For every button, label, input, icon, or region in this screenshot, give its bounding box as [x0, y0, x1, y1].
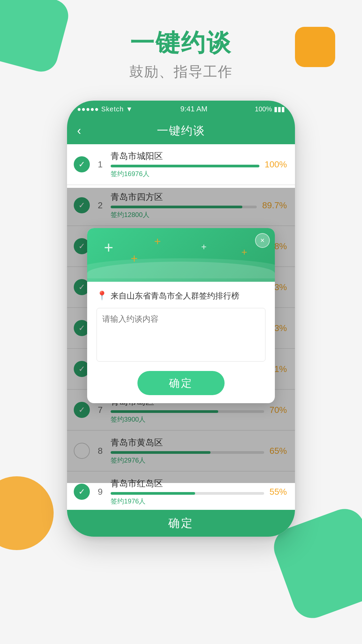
modal-plus-1: +: [104, 238, 113, 257]
item-progress-bar: [111, 165, 259, 167]
item-percent: 100%: [265, 159, 287, 170]
item-number: 9: [95, 487, 105, 497]
item-percent: 55%: [269, 487, 287, 497]
bottom-confirm-button[interactable]: 确定: [67, 510, 295, 537]
checkmark: ✓: [78, 487, 85, 496]
status-time: 9:41 AM: [180, 105, 207, 113]
modal-overlay: + + + + + × 📍 来自山东省青岛市全人群签约排行榜 确定: [67, 188, 295, 483]
item-content: 青岛市城阳区 签约16976人: [111, 150, 259, 178]
check-icon: ✓: [74, 156, 90, 172]
nav-bar: ‹ 一键约谈: [67, 117, 295, 144]
page-title-area: 一键约谈 鼓励、指导工作: [0, 27, 362, 81]
back-button[interactable]: ‹: [77, 124, 81, 138]
modal-location: 📍 来自山东省青岛市全人群签约排行榜: [97, 290, 265, 302]
modal-header: + + + + + ×: [87, 228, 275, 282]
location-text: 来自山东省青岛市全人群签约排行榜: [111, 290, 239, 302]
close-icon: ×: [260, 237, 265, 244]
checkmark: ✓: [78, 160, 85, 169]
status-battery: 100% ▮▮▮: [255, 105, 285, 113]
page-title-sub: 鼓励、指导工作: [0, 62, 362, 81]
item-count: 签约1976人: [111, 497, 264, 506]
item-count: 签约16976人: [111, 169, 259, 178]
item-progress-fill: [111, 165, 259, 167]
appointment-textarea[interactable]: [97, 308, 265, 362]
orange-circle-decoration: [0, 476, 54, 550]
status-bar: ●●●●● Sketch ▼ 9:41 AM 100% ▮▮▮: [67, 101, 295, 117]
modal-plus-5: +: [131, 252, 138, 266]
bottom-confirm-label: 确定: [168, 516, 194, 531]
check-icon: ✓: [74, 484, 90, 500]
modal-plus-2: +: [154, 235, 161, 248]
location-icon: 📍: [97, 290, 107, 301]
modal-close-button[interactable]: ×: [255, 233, 270, 248]
page-title-main: 一键约谈: [0, 27, 362, 59]
modal-wave2: [87, 258, 275, 278]
modal-body: 📍 来自山东省青岛市全人群签约排行榜 确定: [87, 282, 275, 403]
item-progress-bar: [111, 492, 264, 495]
nav-title: 一键约谈: [157, 123, 205, 139]
list-item[interactable]: ✓ 1 青岛市城阳区 签约16976人 100%: [67, 144, 295, 184]
modal-plus-4: +: [241, 247, 247, 258]
modal-confirm-button[interactable]: 确定: [137, 371, 225, 395]
item-number: 1: [95, 159, 105, 170]
item-progress-fill: [111, 492, 195, 495]
phone-mockup: ●●●●● Sketch ▼ 9:41 AM 100% ▮▮▮ ‹ 一键约谈 ✓…: [67, 101, 295, 537]
item-name: 青岛市城阳区: [111, 150, 259, 162]
modal-card: + + + + + × 📍 来自山东省青岛市全人群签约排行榜 确定: [87, 228, 275, 403]
list-content: ✓ 1 青岛市城阳区 签约16976人 100% ✓ 2 青岛市四方区 签约12…: [67, 144, 295, 510]
status-left: ●●●●● Sketch ▼: [77, 105, 133, 113]
modal-plus-3: +: [201, 241, 206, 252]
